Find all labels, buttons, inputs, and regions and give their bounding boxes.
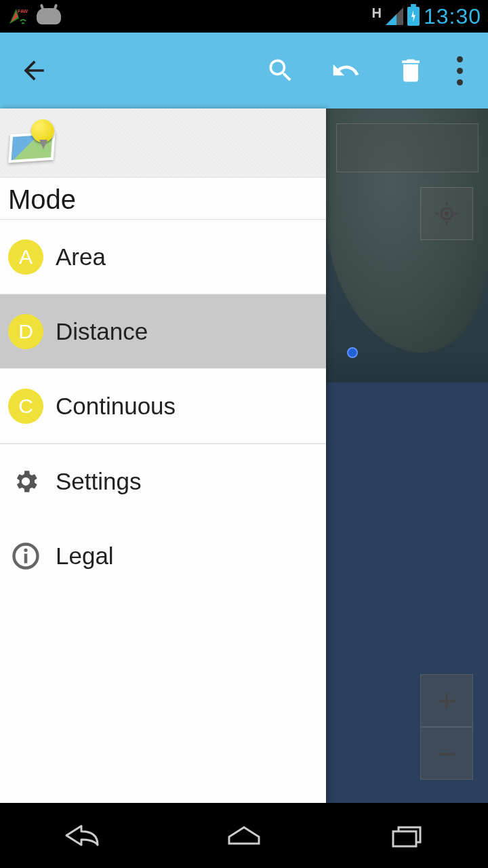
gear-icon <box>8 464 43 499</box>
section-title-mode: Mode <box>0 178 326 220</box>
app-logo-icon <box>7 119 61 167</box>
zoom-out-button[interactable]: − <box>420 727 473 780</box>
my-location-button[interactable] <box>420 187 473 240</box>
menu-item-label: Legal <box>56 542 114 570</box>
overflow-menu-button[interactable] <box>443 56 476 85</box>
undo-button[interactable] <box>313 49 378 92</box>
battery-charging-icon <box>407 7 420 26</box>
system-nav-bar <box>0 803 488 868</box>
status-bar: FAW H 13:30 <box>0 0 488 33</box>
delete-button[interactable] <box>378 49 443 92</box>
signal-strength-icon <box>386 7 403 25</box>
zoom-controls: + − <box>420 674 473 780</box>
drawer-header <box>0 108 326 178</box>
menu-item-label: Settings <box>56 468 141 495</box>
gps-status-icon: FAW <box>7 6 31 26</box>
map-search-box[interactable] <box>336 123 479 172</box>
badge-icon: C <box>8 389 43 424</box>
navigation-drawer: Mode A Area D Distance C Continuous Sett… <box>0 108 326 803</box>
menu-item-label: Continuous <box>56 393 176 420</box>
content-area: + − Mode A Area D Distance C Continuous <box>0 108 488 803</box>
menu-item-legal[interactable]: Legal <box>0 519 326 593</box>
zoom-in-button[interactable]: + <box>420 674 473 727</box>
android-debug-icon <box>37 8 61 24</box>
back-button[interactable] <box>12 49 56 92</box>
search-button[interactable] <box>248 49 313 92</box>
svg-point-2 <box>445 212 449 216</box>
svg-rect-4 <box>24 554 28 564</box>
nav-back-button[interactable] <box>41 816 122 854</box>
clock: 13:30 <box>424 4 481 29</box>
badge-icon: A <box>8 239 43 275</box>
nav-recents-button[interactable] <box>366 816 447 854</box>
svg-point-5 <box>24 549 27 552</box>
menu-item-settings[interactable]: Settings <box>0 444 326 519</box>
mode-item-area[interactable]: A Area <box>0 220 326 294</box>
menu-item-label: Area <box>56 243 106 271</box>
info-icon <box>8 538 43 574</box>
network-type-indicator: H <box>371 5 381 21</box>
location-marker <box>347 347 358 358</box>
badge-icon: D <box>8 314 43 349</box>
action-bar <box>0 33 488 108</box>
menu-item-label: Distance <box>56 318 148 345</box>
svg-rect-6 <box>393 831 416 846</box>
mode-item-distance[interactable]: D Distance <box>0 294 326 369</box>
mode-item-continuous[interactable]: C Continuous <box>0 369 326 443</box>
nav-home-button[interactable] <box>203 816 285 854</box>
svg-text:FAW: FAW <box>18 9 28 14</box>
